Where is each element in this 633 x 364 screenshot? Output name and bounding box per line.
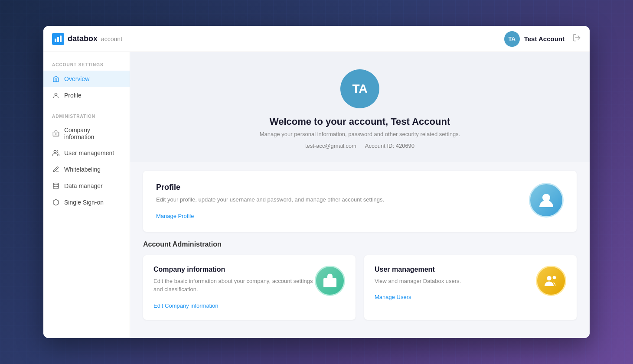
logo-area: databox account <box>52 33 122 45</box>
svg-point-9 <box>53 183 59 185</box>
admin-section: Account Administration Company informati… <box>143 240 577 320</box>
users-icon <box>52 149 60 157</box>
svg-rect-0 <box>55 39 56 42</box>
profile-card: Profile Edit your profile, update your u… <box>143 171 577 232</box>
sso-label: Single Sign-on <box>64 199 104 206</box>
profile-card-title: Profile <box>156 183 529 192</box>
company-admin-card: Company information Edit the basic infor… <box>143 255 356 320</box>
whitelabeling-label: Whitelabeling <box>64 166 101 173</box>
svg-point-14 <box>553 276 556 279</box>
sidebar-item-users[interactable]: User management <box>43 145 130 161</box>
sidebar-item-sso[interactable]: Single Sign-on <box>43 194 130 211</box>
sso-icon <box>52 198 60 206</box>
databox-logo-icon <box>52 33 64 45</box>
content-area: TA Welcome to your account, Test Account… <box>130 52 590 338</box>
logout-icon[interactable] <box>572 33 581 44</box>
svg-rect-1 <box>57 37 59 42</box>
profile-card-header: Profile Edit your profile, update your u… <box>156 183 564 220</box>
user-area: TA Test Account <box>504 31 581 47</box>
sidebar-admin-section: ADMINISTRATION Company information <box>43 114 130 211</box>
company-icon-circle <box>315 266 345 296</box>
edit-company-link[interactable]: Edit Company information <box>153 302 219 309</box>
hero-subtitle: Manage your personal information, passwo… <box>260 131 460 137</box>
hero-email: test-acc@gmail.com <box>305 143 356 149</box>
data-manager-label: Data manager <box>64 182 103 189</box>
hero-meta: test-acc@gmail.com Account ID: 420690 <box>305 143 414 149</box>
whitelabeling-icon <box>52 166 60 173</box>
profile-card-content: Profile Edit your profile, update your u… <box>156 183 529 220</box>
hero-avatar: TA <box>340 69 379 108</box>
company-card-title: Company information <box>153 266 315 273</box>
profile-icon <box>52 91 60 99</box>
users-label: User management <box>64 150 114 156</box>
users-card-desc: View and manager Databox users. <box>375 277 536 286</box>
main-layout: ACCOUNT SETTINGS Overview <box>43 52 590 338</box>
svg-rect-12 <box>329 281 331 285</box>
company-card-content: Company information Edit the basic infor… <box>153 266 315 309</box>
users-admin-card: User management View and manager Databox… <box>364 255 577 320</box>
sidebar-item-data-manager[interactable]: Data manager <box>43 178 130 194</box>
user-name-label: Test Account <box>524 35 564 42</box>
svg-point-4 <box>55 93 57 95</box>
data-manager-icon <box>52 182 60 190</box>
sidebar-item-overview[interactable]: Overview <box>43 71 130 87</box>
admin-section-title: Account Administration <box>143 240 577 248</box>
company-label: Company information <box>64 127 121 140</box>
manage-users-link[interactable]: Manage Users <box>375 294 411 300</box>
sidebar-account-section: ACCOUNT SETTINGS Overview <box>43 62 130 104</box>
overview-label: Overview <box>64 75 89 82</box>
users-card-content: User management View and manager Databox… <box>375 266 536 301</box>
company-card-desc: Edit the basic information about your co… <box>153 277 315 294</box>
hero-title: Welcome to your account, Test Account <box>270 116 450 127</box>
svg-rect-2 <box>60 36 62 42</box>
hero-section: TA Welcome to your account, Test Account… <box>130 52 590 162</box>
profile-icon-circle <box>529 183 564 218</box>
svg-point-8 <box>54 150 56 153</box>
profile-card-desc: Edit your profile, update your username … <box>156 195 529 204</box>
logo-subtext: account <box>101 36 122 42</box>
hero-account-id: Account ID: 420690 <box>365 143 414 149</box>
users-card-header: User management View and manager Databox… <box>375 266 566 301</box>
sidebar-item-whitelabeling[interactable]: Whitelabeling <box>43 161 130 178</box>
home-icon <box>52 75 60 83</box>
sidebar-item-profile[interactable]: Profile <box>43 87 130 104</box>
cards-wrapper: Profile Edit your profile, update your u… <box>130 162 590 328</box>
users-card-title: User management <box>375 266 536 273</box>
sidebar: ACCOUNT SETTINGS Overview <box>43 52 130 338</box>
users-icon-circle <box>536 266 566 296</box>
manage-profile-link[interactable]: Manage Profile <box>156 213 194 219</box>
sidebar-account-label: ACCOUNT SETTINGS <box>43 62 130 67</box>
user-avatar: TA <box>504 31 520 47</box>
top-bar: databox account TA Test Account <box>43 26 590 52</box>
logo-text: databox <box>68 34 98 43</box>
profile-label: Profile <box>64 92 82 99</box>
svg-point-13 <box>547 276 551 280</box>
company-card-header: Company information Edit the basic infor… <box>153 266 345 309</box>
sidebar-admin-label: ADMINISTRATION <box>43 114 130 119</box>
company-icon <box>52 130 60 137</box>
sidebar-item-company[interactable]: Company information <box>43 122 130 145</box>
admin-cards-grid: Company information Edit the basic infor… <box>143 255 577 320</box>
